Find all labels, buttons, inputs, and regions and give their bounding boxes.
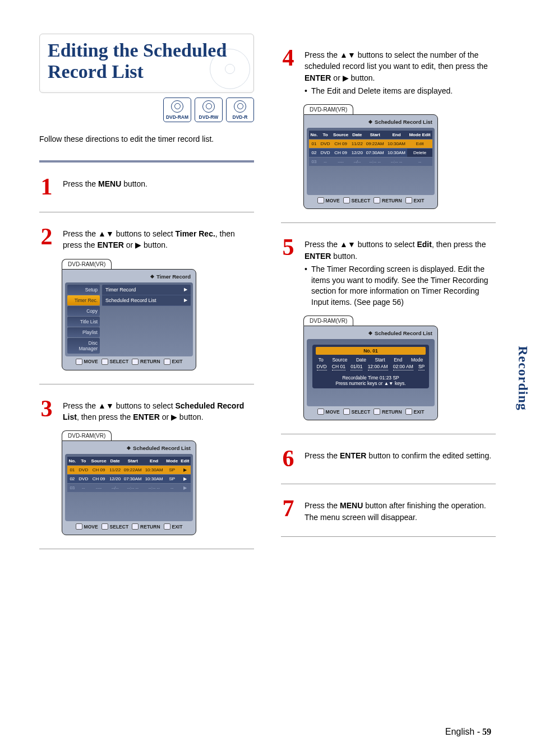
td: -- bbox=[407, 157, 432, 166]
disc-decor-icon bbox=[210, 49, 250, 89]
step-6: 6 Press the ENTER button to confirm the … bbox=[281, 447, 496, 470]
diamond-icon bbox=[368, 120, 372, 124]
divider bbox=[281, 222, 496, 223]
step-2: 2 Press the ▲▼ buttons to select Timer R… bbox=[39, 225, 254, 251]
nav-label: EXIT bbox=[414, 409, 425, 415]
step-number: 3 bbox=[39, 397, 54, 423]
nav-key-icon bbox=[164, 523, 170, 530]
td: ▶ bbox=[179, 475, 191, 483]
option-item: Timer Record▶ bbox=[102, 285, 191, 295]
osd-options: Timer Record▶ Scheduled Record List▶ bbox=[102, 285, 191, 306]
divider bbox=[39, 549, 254, 549]
td: --:-- -- bbox=[365, 157, 386, 166]
editor-info: Press numeric keys or ▲▼ keys. bbox=[316, 381, 426, 386]
td: --/-- bbox=[350, 157, 365, 166]
td: CH 09 bbox=[331, 149, 350, 157]
nav-key-icon bbox=[102, 359, 108, 365]
val: 02:00 AM bbox=[393, 364, 413, 370]
step-5: 5 Press the ▲▼ buttons to select Edit, t… bbox=[281, 235, 496, 308]
osd-tab: DVD-RAM(VR) bbox=[303, 104, 353, 114]
nav-key-icon bbox=[76, 523, 82, 530]
nav-key-icon bbox=[373, 197, 380, 203]
nav-key-icon bbox=[343, 197, 350, 203]
text: button. bbox=[121, 179, 147, 188]
step-number: 4 bbox=[281, 46, 296, 96]
text: Press the bbox=[305, 451, 340, 460]
td: ---- bbox=[331, 157, 350, 166]
step-number: 6 bbox=[281, 447, 296, 470]
td: DVD bbox=[77, 475, 90, 483]
format-badge: DVD-RAM bbox=[163, 98, 191, 122]
nav-key-icon bbox=[132, 359, 139, 365]
td: --:-- -- bbox=[122, 484, 144, 492]
th: Edit bbox=[179, 457, 191, 465]
format-label: DVD-RW bbox=[199, 114, 219, 120]
td: 10:30AM bbox=[144, 466, 165, 474]
th: No. bbox=[67, 457, 77, 465]
td: --:-- -- bbox=[386, 157, 407, 166]
text: Press the ▲▼ buttons to select bbox=[63, 401, 175, 410]
diamond-icon bbox=[127, 446, 131, 450]
menu-item: Copy bbox=[67, 306, 100, 316]
td: --/-- bbox=[108, 484, 122, 492]
page-title-card: Editing the Scheduled Record List bbox=[39, 34, 254, 93]
nav-key-icon bbox=[343, 409, 350, 415]
format-badges: DVD-RAM DVD-RW DVD-R bbox=[39, 98, 254, 122]
table-row: 03--------/----:-- ----:-- ----▶ bbox=[67, 484, 191, 492]
nav-key-icon bbox=[76, 359, 82, 365]
table-row: 03--------/----:-- ----:-- ---- bbox=[309, 157, 432, 166]
bullet: The Timer Recording screen is displayed.… bbox=[305, 264, 496, 308]
table-row: 01DVDCH 0911/2209:22AM10:30AMSP▶ bbox=[67, 466, 191, 474]
editor-card: No. 01 To Source Date Start End Mode DVD… bbox=[312, 345, 429, 388]
table-row: 02DVDCH 0912/2007:30AM10:30AMSP▶ bbox=[67, 475, 191, 483]
td: 07:30AM bbox=[122, 475, 144, 483]
th: End bbox=[144, 457, 165, 465]
th: End bbox=[386, 131, 407, 139]
diamond-icon bbox=[150, 275, 154, 279]
td: 01 bbox=[67, 466, 77, 474]
col: Source bbox=[332, 357, 347, 363]
nav-key-icon bbox=[317, 409, 324, 415]
th: Date bbox=[108, 457, 122, 465]
format-badge: DVD-R bbox=[226, 98, 254, 122]
td: 02 bbox=[67, 475, 77, 483]
col: Date bbox=[356, 357, 366, 363]
step-number: 2 bbox=[39, 225, 54, 251]
schedule-table: No. To Source Date Start End Mode Edit 0… bbox=[309, 130, 432, 166]
nav-label: RETURN bbox=[382, 409, 402, 415]
table-row: 01DVDCH 0911/2209:22AM10:30AMEdit bbox=[309, 140, 432, 148]
td: SP bbox=[165, 466, 179, 474]
schedule-table: No. To Source Date Start End Mode Edit 0… bbox=[67, 456, 191, 493]
td: ▶ bbox=[179, 484, 191, 492]
nav-label: MOVE bbox=[326, 198, 340, 203]
td: 03 bbox=[67, 484, 77, 492]
format-label: DVD-R bbox=[233, 114, 248, 120]
val: 01/01 bbox=[350, 364, 362, 370]
td: 01 bbox=[309, 140, 319, 148]
text: Press the bbox=[305, 501, 340, 510]
table-header: No. To Source Date Start End Mode Edit bbox=[67, 457, 191, 465]
nav-key-icon bbox=[317, 197, 324, 203]
nav-label: SELECT bbox=[110, 524, 129, 530]
osd-footbar: MOVE SELECT RETURN EXIT bbox=[65, 356, 193, 367]
editor-header: No. 01 bbox=[316, 347, 426, 355]
step-1: 1 Press the MENU button. bbox=[39, 175, 254, 198]
menu-item: Title List bbox=[67, 317, 100, 327]
td: ▶ bbox=[179, 466, 191, 474]
th: To bbox=[77, 457, 90, 465]
osd-timer-record: DVD-RAM(VR) Timer Record Setup Timer Rec… bbox=[62, 259, 196, 370]
td: SP bbox=[165, 475, 179, 483]
table-header: No. To Source Date Start End Mode Edit bbox=[309, 131, 432, 139]
divider bbox=[281, 434, 496, 434]
text: button to confirm the edited setting. bbox=[366, 451, 491, 460]
col: End bbox=[394, 357, 402, 363]
td: CH 09 bbox=[90, 475, 108, 483]
diamond-icon bbox=[368, 331, 372, 335]
intro-text: Follow these directions to edit the time… bbox=[39, 134, 254, 143]
nav-label: MOVE bbox=[84, 359, 98, 364]
td: -- bbox=[165, 484, 179, 492]
td: 02 bbox=[309, 149, 319, 157]
divider bbox=[281, 536, 496, 537]
td: 10:30AM bbox=[386, 149, 407, 157]
footer-lang: English bbox=[445, 727, 474, 736]
